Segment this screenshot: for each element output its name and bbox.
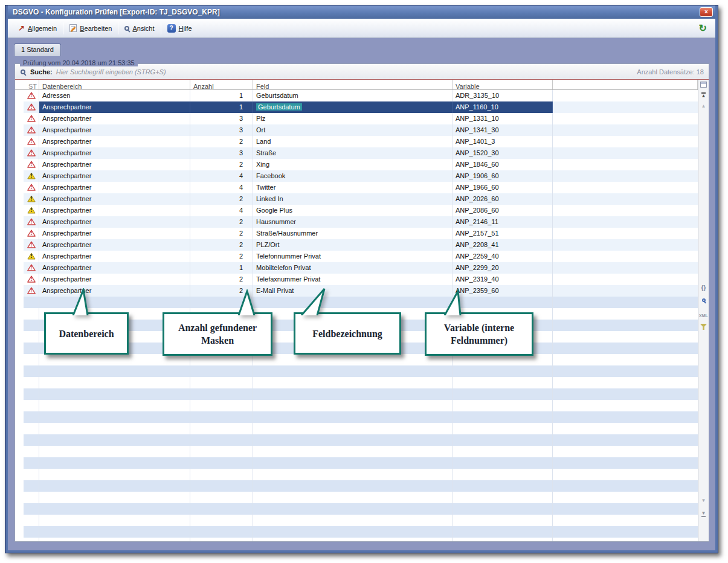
cell-datenbereich: Ansprechpartner [39, 170, 190, 182]
table-row[interactable]: ! Ansprechpartner 4 Facebook ANP_1906_60 [15, 170, 698, 182]
menu-bearbeiten[interactable]: Bearbeiten [65, 22, 116, 34]
table-row[interactable]: ! Ansprechpartner 2 Land ANP_1401_3 [15, 136, 698, 147]
help-icon: ? [167, 24, 176, 33]
cell-anzahl: 3 [190, 147, 253, 159]
menu-allgemein-label: Allgemein [28, 25, 57, 32]
groupbox-title: Prüfung vom 20.04.2018 um 21:53:35 [20, 59, 138, 66]
cell-anzahl: 3 [190, 124, 253, 136]
table-row[interactable]: ! Ansprechpartner 2 Linked In ANP_2026_6… [15, 193, 698, 205]
cell-variable: ANP_2359_60 [453, 285, 553, 297]
cell-feld: Geburtsdatum [253, 90, 453, 101]
cell-feld: Xing [253, 159, 453, 170]
svg-text:!: ! [30, 207, 33, 213]
cell-extra [553, 136, 698, 147]
empty-row [15, 400, 698, 411]
menu-allgemein[interactable]: ↗ Allgemein [14, 22, 61, 34]
empty-row [15, 469, 698, 480]
menu-bearbeiten-label: Bearbeiten [80, 25, 112, 32]
cell-datenbereich: Ansprechpartner [39, 147, 190, 159]
cell-feld: Google Plus [253, 205, 453, 216]
cell-datenbereich: Ansprechpartner [39, 262, 190, 274]
cell-extra [553, 216, 698, 228]
cell-feld: Hausnummer [253, 216, 453, 228]
title-bar[interactable]: DSGVO - Konfiguration Prüfen [Export-ID:… [8, 5, 715, 19]
table-row[interactable]: ! Ansprechpartner 2 Telefaxnummer Privat… [15, 274, 698, 285]
header-st[interactable]: ST [24, 80, 39, 89]
cell-extra [553, 113, 698, 124]
table-row[interactable]: ! Ansprechpartner 3 Ort ANP_1341_30 [15, 124, 698, 136]
table-row[interactable]: ! Ansprechpartner 2 Straße/Hausnummer AN… [15, 228, 698, 239]
row-gutter [15, 285, 24, 297]
filter-icon[interactable] [698, 324, 709, 332]
table-row[interactable]: ! Ansprechpartner 4 Google Plus ANP_2086… [15, 205, 698, 216]
warning-icon: ! [27, 138, 36, 145]
menu-ansicht[interactable]: Ansicht [120, 22, 158, 34]
table-row[interactable]: ! Ansprechpartner 2 PLZ/Ort ANP_2208_41 [15, 239, 698, 251]
close-button[interactable]: × [700, 7, 713, 17]
header-feld[interactable]: Feld [253, 80, 453, 89]
cell-variable: ANP_2259_40 [453, 251, 553, 262]
header-datenbereich[interactable]: Datenbereich [39, 80, 190, 89]
xml-icon[interactable]: XML [698, 313, 709, 319]
row-gutter [15, 239, 24, 251]
scroll-top-button[interactable]: ▲ [698, 92, 709, 99]
table-row[interactable]: ! Ansprechpartner 2 E-Mail Privat ANP_23… [15, 285, 698, 297]
cell-variable: ANP_1331_10 [453, 113, 553, 124]
cell-anzahl: 2 [190, 136, 253, 147]
row-gutter [15, 262, 24, 274]
cell-datenbereich: Ansprechpartner [39, 101, 190, 113]
scroll-up-button[interactable]: ▲ [698, 103, 709, 109]
cell-variable: ANP_1341_30 [453, 124, 553, 136]
row-gutter [15, 147, 24, 159]
header-anzahl[interactable]: Anzahl [190, 80, 253, 89]
cell-feld: Straße [253, 147, 453, 159]
toolbar-separator [161, 22, 161, 34]
callout-arrow [297, 287, 330, 315]
cell-datenbereich: Ansprechpartner [39, 193, 190, 205]
callout-text: Anzahl gefundener [178, 321, 257, 334]
svg-text:!: ! [30, 253, 33, 259]
cell-variable: ANP_1520_30 [453, 147, 553, 159]
tab-standard[interactable]: 1 Standard [14, 43, 61, 56]
app-window: DSGVO - Konfiguration Prüfen [Export-ID:… [5, 5, 718, 553]
row-status: ! [24, 170, 39, 182]
search-records-icon[interactable] [698, 298, 709, 304]
table-row[interactable]: ! Ansprechpartner 1 Geburtsdatum ANP_116… [15, 101, 698, 113]
warning-icon: ! [27, 287, 36, 294]
row-status: ! [24, 239, 39, 251]
table-row[interactable]: ! Adressen 1 Geburtsdatum ADR_3135_10 [15, 90, 698, 101]
empty-row [15, 526, 698, 538]
scroll-down-button[interactable]: ▼ [698, 498, 709, 504]
row-gutter [15, 113, 24, 124]
table-row[interactable]: ! Ansprechpartner 2 Xing ANP_1846_60 [15, 159, 698, 170]
cell-anzahl: 2 [190, 239, 253, 251]
table-row[interactable]: ! Ansprechpartner 4 Twitter ANP_1966_60 [15, 182, 698, 193]
table-row[interactable]: ! Ansprechpartner 2 Telefonnummer Privat… [15, 251, 698, 262]
table-row[interactable]: ! Ansprechpartner 2 Hausnummer ANP_2146_… [15, 216, 698, 228]
row-gutter [15, 228, 24, 239]
svg-text:!: ! [30, 150, 33, 156]
column-chooser-icon[interactable] [698, 82, 709, 89]
empty-row [15, 377, 698, 388]
callout-anzahl: Anzahl gefundener Masken [163, 312, 272, 356]
empty-row [15, 365, 698, 377]
header-variable[interactable]: Variable [453, 80, 553, 89]
search-input[interactable]: Hier Suchbegriff eingeben (STRG+S) [56, 68, 637, 76]
scroll-bottom-button[interactable]: ▼ [698, 510, 709, 517]
braces-icon[interactable]: {} [698, 285, 709, 291]
refresh-button[interactable]: ↻ [697, 22, 709, 34]
table-row[interactable]: ! Ansprechpartner 1 Mobiltelefon Privat … [15, 262, 698, 274]
empty-row [15, 503, 698, 515]
menu-hilfe[interactable]: ? Hilfe [163, 22, 196, 35]
warning-icon: ! [27, 207, 36, 214]
table-row[interactable]: ! Ansprechpartner 3 Straße ANP_1520_30 [15, 147, 698, 159]
table-row[interactable]: ! Ansprechpartner 3 Plz ANP_1331_10 [15, 113, 698, 124]
cell-anzahl: 2 [190, 159, 253, 170]
empty-row [15, 411, 698, 423]
cell-variable: ANP_1401_3 [453, 136, 553, 147]
cell-extra [553, 274, 698, 285]
warning-icon: ! [27, 253, 36, 260]
cell-datenbereich: Ansprechpartner [39, 216, 190, 228]
cell-anzahl: 1 [190, 262, 253, 274]
cell-feld: Ort [253, 124, 453, 136]
